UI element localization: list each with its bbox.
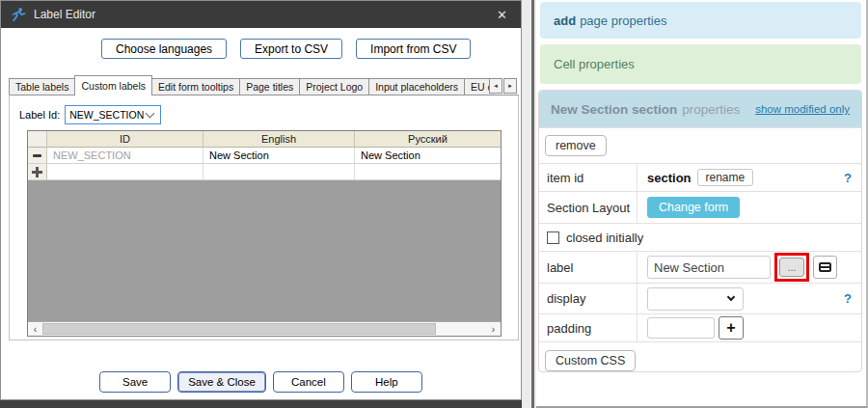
header-russian: Русский xyxy=(355,131,501,148)
import-csv-button[interactable]: Import from CSV xyxy=(356,39,471,59)
cell-russian[interactable]: New Section xyxy=(355,148,501,164)
custom-css-row: Custom CSS xyxy=(539,341,861,372)
custom-labels-tab-panel: Label Id: NEW_SECTION ID English Русский… xyxy=(9,95,519,340)
table-empty-area xyxy=(28,180,501,321)
close-icon[interactable]: ✕ xyxy=(493,8,511,22)
tab-project-logo[interactable]: Project Logo xyxy=(299,78,369,95)
labels-table: ID English Русский NEW_SECTION New Secti… xyxy=(27,130,502,337)
section-properties-header[interactable]: New Section section properties show modi… xyxy=(539,91,861,127)
item-id-help-icon[interactable]: ? xyxy=(844,171,852,185)
cell-properties-header[interactable]: Cell properties xyxy=(540,44,861,84)
add-page-strong: add xyxy=(554,14,576,28)
section-properties-panel: New Section section properties show modi… xyxy=(538,90,862,372)
section-title-strong: New Section section xyxy=(551,102,677,117)
add-row-cell[interactable] xyxy=(28,164,47,180)
label-id-row: Label Id: NEW_SECTION xyxy=(19,105,161,124)
table-row[interactable]: NEW_SECTION New Section New Section xyxy=(28,148,501,164)
remove-row: remove xyxy=(539,127,861,163)
label-row: label ... xyxy=(539,251,861,283)
closed-initially-label: closed initially xyxy=(566,231,643,245)
remove-button[interactable]: remove xyxy=(545,135,607,156)
header-english: English xyxy=(203,131,355,148)
cell-properties-label: Cell properties xyxy=(554,57,635,71)
cell-russian[interactable] xyxy=(355,164,501,180)
dialog-title: Label Editor xyxy=(34,8,95,21)
scroll-left-icon[interactable]: ‹ xyxy=(28,322,42,336)
tab-scroll-buttons: ◂ ▸ xyxy=(488,78,517,94)
item-id-row: item id section rename ? xyxy=(539,163,861,191)
scrollbar-thumb[interactable] xyxy=(42,323,436,335)
display-label: display xyxy=(539,284,637,313)
label-row-caption: label xyxy=(539,252,637,283)
header-id: ID xyxy=(47,131,203,148)
runner-icon xyxy=(11,7,26,22)
save-button[interactable]: Save xyxy=(99,371,171,393)
plus-icon xyxy=(32,167,42,177)
closed-initially-checkbox[interactable] xyxy=(547,231,559,244)
label-id-caption: Label Id: xyxy=(19,109,60,121)
panel-divider xyxy=(522,0,536,408)
tab-strip: Table labels Custom labels Edit form too… xyxy=(9,75,495,95)
label-id-value: NEW_SECTION xyxy=(69,109,147,121)
table-row-new[interactable] xyxy=(28,164,501,180)
cancel-button[interactable]: Cancel xyxy=(273,371,344,393)
text-field-icon xyxy=(819,262,831,272)
add-page-properties-header[interactable]: add page properties xyxy=(540,2,861,39)
closed-initially-row: closed initially xyxy=(539,223,861,251)
cell-english[interactable] xyxy=(203,164,355,180)
cell-english[interactable]: New Section xyxy=(203,148,355,164)
display-select[interactable] xyxy=(647,287,744,311)
tab-table-labels[interactable]: Table labels xyxy=(9,78,75,95)
export-csv-button[interactable]: Export to CSV xyxy=(240,39,342,59)
cell-id[interactable]: NEW_SECTION xyxy=(47,148,203,164)
label-input[interactable] xyxy=(647,256,771,279)
chevron-down-icon xyxy=(727,293,735,301)
language-toolbar: Choose languages Export to CSV Import fr… xyxy=(101,39,471,59)
rename-button[interactable]: rename xyxy=(697,169,754,186)
app-window: Label Editor ✕ Choose languages Export t… xyxy=(0,0,868,408)
tab-page-titles[interactable]: Page titles xyxy=(239,78,300,95)
custom-css-button[interactable]: Custom CSS xyxy=(545,350,636,371)
red-highlight-box: ... xyxy=(774,253,809,282)
label-id-combobox[interactable]: NEW_SECTION xyxy=(65,105,161,124)
tab-edit-form-tooltips[interactable]: Edit form tooltips xyxy=(151,78,240,95)
add-page-rest: page properties xyxy=(580,14,666,28)
background-behind-dialog xyxy=(0,400,536,408)
header-selector-cell xyxy=(28,131,47,148)
chevron-down-icon xyxy=(146,109,155,119)
labels-table-header: ID English Русский xyxy=(28,131,501,148)
tab-scroll-right-icon[interactable]: ▸ xyxy=(503,78,517,94)
horizontal-scrollbar[interactable]: ‹ › xyxy=(28,321,501,336)
item-id-label: item id xyxy=(539,164,637,191)
dialog-footer: Save Save & Close Cancel Help xyxy=(1,371,521,393)
change-form-button[interactable]: Change form xyxy=(647,197,740,218)
tab-custom-labels[interactable]: Custom labels xyxy=(74,75,152,95)
help-button[interactable]: Help xyxy=(351,371,422,393)
row-selector-cell[interactable] xyxy=(28,148,47,164)
section-title-rest: properties xyxy=(682,102,740,117)
dialog-titlebar[interactable]: Label Editor ✕ xyxy=(1,1,521,28)
label-editor-dialog: Label Editor ✕ Choose languages Export t… xyxy=(0,0,522,400)
minus-icon xyxy=(33,154,41,157)
padding-add-button[interactable]: + xyxy=(719,316,744,340)
properties-panel: add page properties Cell properties New … xyxy=(536,0,866,406)
divider-bar[interactable] xyxy=(531,0,534,408)
label-editor-icon-button[interactable] xyxy=(813,256,837,279)
save-close-button[interactable]: Save & Close xyxy=(177,371,266,393)
section-layout-row: Section Layout Change form xyxy=(539,191,861,223)
section-layout-label: Section Layout xyxy=(539,192,637,223)
padding-label: padding xyxy=(539,314,637,341)
display-help-icon[interactable]: ? xyxy=(844,291,852,306)
scroll-right-icon[interactable]: › xyxy=(486,322,501,336)
cell-id[interactable] xyxy=(47,164,203,180)
item-id-value: section xyxy=(647,171,692,185)
tab-input-placeholders[interactable]: Input placeholders xyxy=(368,78,465,95)
label-more-button[interactable]: ... xyxy=(779,258,804,277)
display-row: display ? xyxy=(539,283,861,313)
padding-input[interactable] xyxy=(647,317,715,339)
tab-scroll-left-icon[interactable]: ◂ xyxy=(489,78,502,94)
show-modified-only-link[interactable]: show modified only xyxy=(755,103,850,115)
choose-languages-button[interactable]: Choose languages xyxy=(101,39,227,59)
padding-row: padding + xyxy=(539,313,861,341)
